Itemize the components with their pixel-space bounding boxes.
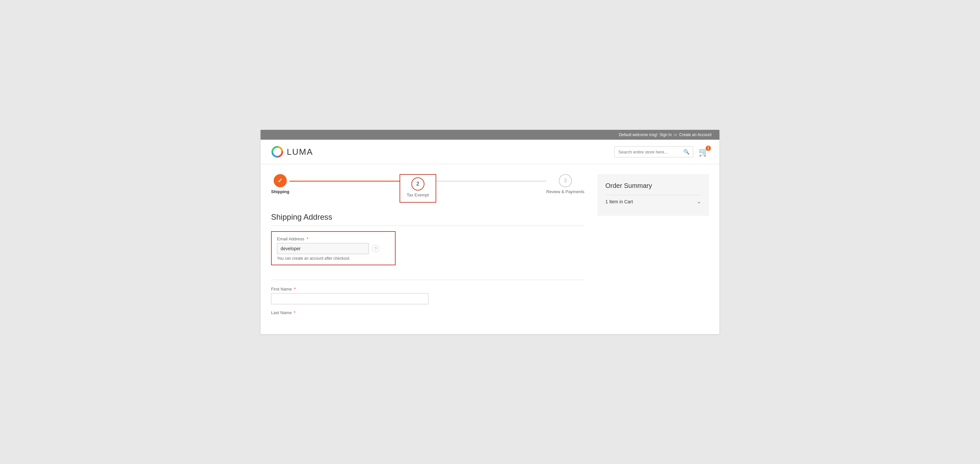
or-separator: or xyxy=(674,132,678,137)
cart-badge: 1 xyxy=(706,145,711,151)
summary-items-label: 1 Item in Cart xyxy=(605,199,633,204)
signin-link[interactable]: Sign In xyxy=(659,132,671,137)
steps-wrapper: ✓ Shipping 2 Tax Exempt 3 Revi xyxy=(271,174,584,203)
search-box: 🔍 xyxy=(614,146,693,158)
search-input[interactable] xyxy=(614,147,680,157)
logo-area: LUMA xyxy=(271,145,313,158)
connector-1 xyxy=(290,181,399,182)
welcome-message: Default welcome msg! xyxy=(619,132,657,137)
email-input[interactable] xyxy=(277,243,369,254)
first-name-input[interactable] xyxy=(271,293,428,304)
email-required: * xyxy=(307,236,309,241)
section-title: Shipping Address xyxy=(271,212,584,226)
step-tax-exempt-box: 2 Tax Exempt xyxy=(399,174,436,203)
email-section: Email Address * ? You can create an acco… xyxy=(271,231,396,265)
header-right: 🔍 🛒 1 xyxy=(614,146,709,158)
first-name-group: First Name * xyxy=(271,287,584,304)
connector-2 xyxy=(436,181,546,182)
step3-circle: 3 xyxy=(559,174,572,187)
first-name-label: First Name * xyxy=(271,287,584,292)
page-wrapper: Default welcome msg! Sign In or Create a… xyxy=(261,130,719,334)
step-review: 3 Review & Payments xyxy=(546,174,584,194)
summary-box: Order Summary 1 Item in Cart ⌄ xyxy=(598,174,709,216)
logo-icon xyxy=(271,145,283,158)
cart-icon-wrap[interactable]: 🛒 1 xyxy=(698,147,709,157)
step2-circle: 2 xyxy=(411,177,425,191)
checkout-area: ✓ Shipping 2 Tax Exempt 3 Revi xyxy=(271,174,584,321)
first-name-required: * xyxy=(294,287,296,292)
email-input-row: ? xyxy=(277,243,390,254)
email-label: Email Address * xyxy=(277,236,390,241)
step-shipping: ✓ Shipping xyxy=(271,174,290,194)
header: LUMA 🔍 🛒 1 xyxy=(261,140,719,164)
top-bar: Default welcome msg! Sign In or Create a… xyxy=(261,130,719,140)
step2-label: Tax Exempt xyxy=(407,193,429,198)
logo-text: LUMA xyxy=(287,147,313,157)
form-divider xyxy=(271,280,584,280)
search-button[interactable]: 🔍 xyxy=(680,147,693,157)
help-icon[interactable]: ? xyxy=(372,245,379,252)
step-tax-exempt-inner: 2 Tax Exempt xyxy=(407,177,429,198)
last-name-label: Last Name * xyxy=(271,310,584,315)
step1-circle: ✓ xyxy=(274,174,287,187)
summary-items-row[interactable]: 1 Item in Cart ⌄ xyxy=(605,195,701,208)
create-account-link[interactable]: Create an Account xyxy=(679,132,711,137)
step1-label: Shipping xyxy=(271,189,290,194)
order-summary: Order Summary 1 Item in Cart ⌄ xyxy=(598,174,709,321)
chevron-down-icon: ⌄ xyxy=(697,198,701,205)
step3-label: Review & Payments xyxy=(546,189,584,194)
summary-title: Order Summary xyxy=(605,182,701,190)
main-content: ✓ Shipping 2 Tax Exempt 3 Revi xyxy=(261,164,719,334)
last-name-required: * xyxy=(294,310,296,315)
hint-text: You can create an account after checkout… xyxy=(277,256,390,261)
last-name-group: Last Name * xyxy=(271,310,584,315)
